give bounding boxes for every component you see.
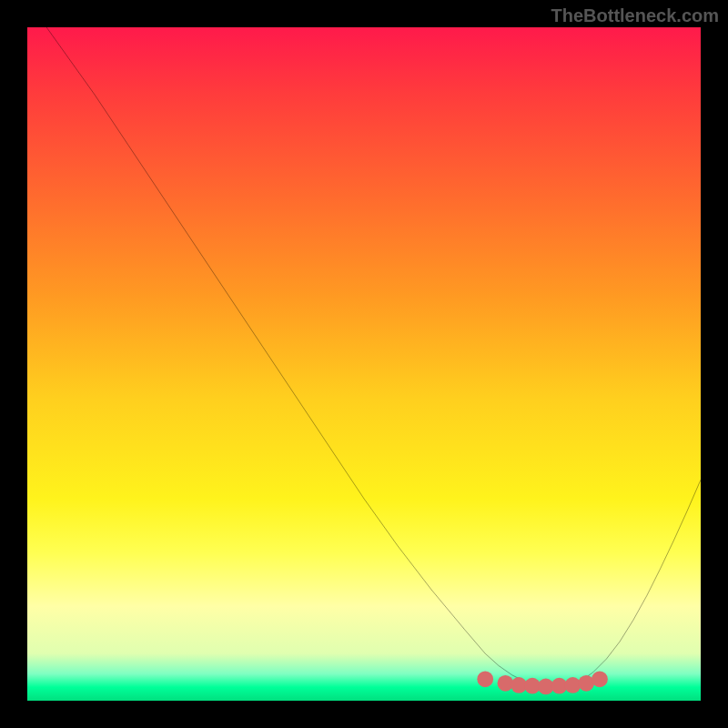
bottleneck-curve <box>27 27 701 687</box>
chart-container: TheBottleneck.com <box>0 0 728 728</box>
chart-svg <box>27 27 701 701</box>
plot-area <box>27 27 701 701</box>
marker-dot <box>592 671 608 687</box>
marker-dot <box>477 671 493 687</box>
watermark-text: TheBottleneck.com <box>551 5 719 26</box>
minimum-band-markers <box>477 671 608 694</box>
